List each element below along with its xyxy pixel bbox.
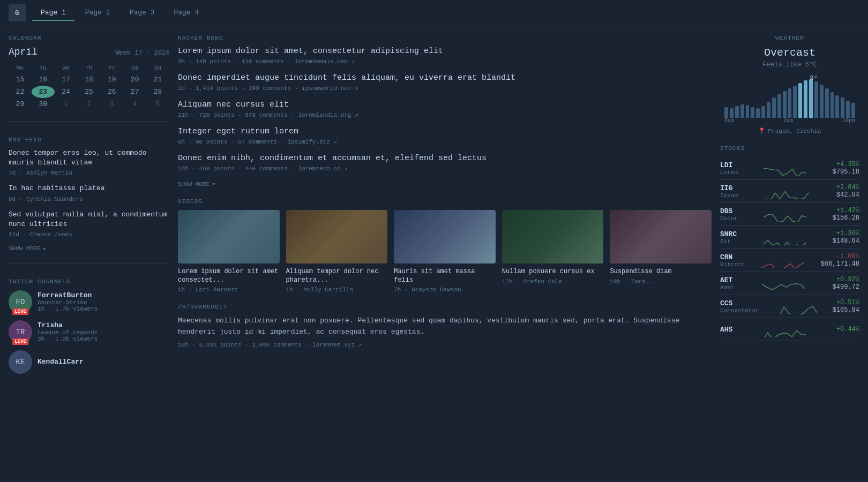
twitch-channel-item[interactable]: KE KendallCarr	[9, 350, 169, 374]
stock-ticker: IIG	[720, 184, 738, 192]
weather-bar	[830, 92, 834, 118]
twitch-channel-item[interactable]: TR LIVE Trisha League of Legends 3h · 1.…	[9, 320, 169, 344]
twitch-channels: TWITCH CHANNELS FO LIVE ForrestBurton Co…	[9, 278, 169, 380]
stock-info: AHS	[720, 326, 732, 334]
subreddit-meta: 19h · 9,932 points · 1,090 comments · lo…	[178, 341, 712, 348]
calendar-week: Week 17 · 2024	[115, 49, 169, 57]
calendar-day-header: Tu	[32, 63, 55, 73]
calendar-day[interactable]: 21	[146, 73, 169, 86]
stock-name: Ipsum	[720, 192, 738, 199]
stock-values: +0.44%	[836, 326, 859, 333]
stock-change: -1.00%	[821, 253, 859, 260]
calendar-widget: CALENDAR April Week 17 · 2024 MoTuWeThFr…	[9, 35, 169, 110]
calendar-day[interactable]: 22	[9, 86, 32, 98]
nav-tab-page3[interactable]: Page 3	[121, 5, 163, 21]
weather-bar	[772, 97, 776, 118]
calendar-day[interactable]: 25	[78, 86, 101, 98]
stock-price: $42.04	[836, 191, 859, 199]
subreddit-section: /R/SUBREDDIT Maecenas mollis pulvinar er…	[178, 304, 712, 348]
twitch-channel-item[interactable]: FO LIVE ForrestBurton Counter-Strike 1h …	[9, 290, 169, 314]
calendar-day[interactable]: 4	[123, 98, 146, 110]
video-title: Suspendisse diam	[610, 268, 712, 276]
twitch-game: League of Legends	[38, 329, 98, 336]
calendar-day-header: Th	[78, 63, 101, 73]
weather-bar	[798, 83, 802, 118]
stock-sparkline	[763, 229, 806, 245]
rss-item-title[interactable]: Sed volutpat nulla nisl, a condimentum n…	[9, 210, 169, 229]
calendar-day[interactable]: 26	[100, 86, 123, 98]
calendar-day[interactable]: 19	[100, 73, 123, 86]
rss-feed: RSS FEED Donec tempor eros leo, ut commo…	[9, 137, 169, 252]
video-card[interactable]: Suspendisse diam 18h · Tara...	[610, 210, 712, 293]
nav-tab-page1[interactable]: Page 1	[32, 5, 74, 21]
weather-chart: 9° 6am 2pm 10pm	[720, 75, 859, 123]
videos-section-header: VIDEOS	[178, 198, 712, 205]
calendar-day[interactable]: 27	[123, 86, 146, 98]
stock-values: +0.92% $499.72	[833, 276, 859, 291]
calendar-day[interactable]: 2	[78, 98, 101, 110]
calendar-day[interactable]: 1	[55, 98, 78, 110]
hn-item-meta: 16h · 468 points · 440 comments · loremt…	[178, 165, 712, 172]
weather-bar	[820, 85, 824, 118]
rss-show-more-button[interactable]: SHOW MORE ▾	[9, 245, 46, 252]
weather-bar	[724, 107, 728, 118]
stock-info: AET Amet	[720, 276, 734, 291]
stock-item: AET Amet +0.92% $499.72	[720, 272, 859, 295]
weather-bar	[783, 91, 787, 118]
weather-bar	[730, 108, 734, 118]
calendar-day[interactable]: 5	[146, 98, 169, 110]
subreddit-text: Maecenas mollis pulvinar erat non posuer…	[178, 315, 712, 338]
stock-price: $795.18	[833, 168, 859, 176]
video-card[interactable]: Aliquam tempor dolor nec pharetra... 1h …	[286, 210, 388, 293]
video-meta: 1h · Molly Carrillo	[286, 287, 388, 293]
calendar-day[interactable]: 30	[32, 98, 55, 110]
calendar-day[interactable]: 20	[123, 73, 146, 86]
weather-bar	[851, 103, 855, 118]
stock-ticker: AET	[720, 276, 734, 284]
stock-change: +0.44%	[836, 326, 859, 333]
hn-item-title[interactable]: Lorem ipsum dolor sit amet, consectetur …	[178, 47, 712, 56]
twitch-avatar: TR LIVE	[9, 320, 32, 344]
hn-item-title[interactable]: Aliquam nec cursus elit	[178, 100, 712, 109]
calendar-day[interactable]: 15	[9, 73, 32, 86]
stock-values: +2.84% $42.04	[836, 184, 859, 199]
stock-price: $148.64	[833, 237, 859, 245]
left-column: CALENDAR April Week 17 · 2024 MoTuWeThFr…	[9, 35, 169, 380]
calendar-day[interactable]: 3	[100, 98, 123, 110]
stock-price: $165.84	[833, 306, 859, 314]
twitch-info: KendallCarr	[38, 358, 84, 366]
video-card[interactable]: Lorem ipsum dolor sit amet consectet... …	[178, 210, 280, 293]
hn-item-title[interactable]: Donec imperdiet augue tincidunt felis al…	[178, 73, 712, 82]
weather-bar	[751, 107, 754, 118]
calendar-day[interactable]: 23	[32, 86, 55, 98]
hn-item-title[interactable]: Integer eget rutrum lorem	[178, 127, 712, 136]
hn-show-more-button[interactable]: SHOW MORE ▾	[178, 180, 215, 187]
calendar-day[interactable]: 24	[55, 86, 78, 98]
video-meta: 17h · Stefan Cole	[502, 278, 604, 285]
calendar-day[interactable]: 28	[146, 86, 169, 98]
stock-values: +4.35% $795.18	[833, 161, 859, 176]
stock-item: DBS Dolor +1.42% $156.28	[720, 203, 859, 226]
stock-info: LDI Lorem	[720, 161, 738, 176]
nav-tab-page4[interactable]: Page 4	[165, 5, 207, 21]
rss-item-title[interactable]: In hac habitasse platea	[9, 184, 169, 193]
stock-ticker: CCS	[720, 299, 759, 307]
hn-item: Donec enim nibh, condimentum et accumsan…	[178, 154, 712, 172]
calendar-day[interactable]: 18	[78, 73, 101, 86]
weather-widget: WEATHER Overcast Feels like 5°C 9° 6am 2…	[720, 35, 859, 134]
stock-price: $156.28	[833, 214, 859, 222]
rss-item-title[interactable]: Donec tempor eros leo, ut commodo mauris…	[9, 148, 169, 168]
calendar-day[interactable]: 29	[9, 98, 32, 110]
video-card[interactable]: Nullam posuere cursus ex 17h · Stefan Co…	[502, 210, 604, 293]
stock-sparkline	[761, 252, 804, 268]
video-card[interactable]: Mauris sit amet massa felis 7h · Grayson…	[394, 210, 496, 293]
calendar-day[interactable]: 16	[32, 73, 55, 86]
stock-name: Consectetur	[720, 307, 759, 314]
hn-item-title[interactable]: Donec enim nibh, condimentum et accumsan…	[178, 154, 712, 163]
stock-values: +0.51% $165.84	[833, 299, 859, 314]
calendar-day[interactable]: 17	[55, 73, 78, 86]
videos-section: VIDEOS Lorem ipsum dolor sit amet consec…	[178, 198, 712, 293]
calendar-day-header: Sa	[123, 63, 146, 73]
nav-tab-page2[interactable]: Page 2	[77, 5, 119, 21]
weather-bar	[809, 79, 813, 118]
